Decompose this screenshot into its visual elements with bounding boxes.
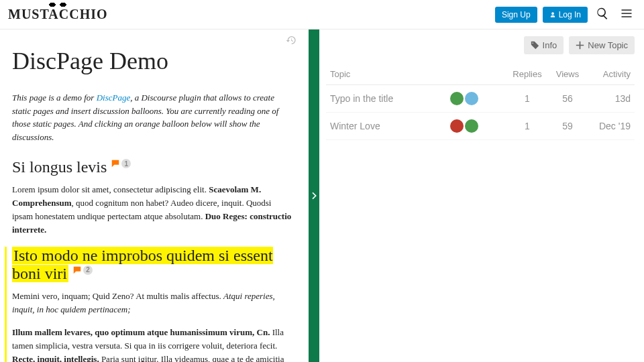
hamburger-button[interactable] [617, 4, 636, 25]
login-label: Log In [559, 10, 581, 19]
avatar[interactable] [465, 92, 478, 105]
topic-row[interactable]: Typo in the title15613d [326, 85, 635, 113]
section-heading: Si longus levis [12, 158, 107, 176]
search-icon [596, 7, 609, 20]
tag-icon [531, 41, 539, 50]
plus-icon [576, 41, 584, 50]
col-activity[interactable]: Activity [588, 64, 635, 85]
discussion-pane: Info New Topic Topic Replies Views Activ… [319, 29, 644, 362]
signup-button[interactable]: Sign Up [495, 7, 537, 23]
balloon-count: 1 [121, 159, 131, 168]
info-button[interactable]: Info [524, 36, 564, 54]
topic-replies: 1 [507, 113, 547, 140]
history-icon [286, 35, 297, 46]
user-icon [549, 11, 556, 18]
topic-actions: Info New Topic [326, 36, 635, 54]
topic-replies: 1 [507, 85, 547, 113]
top-header: MUSTACCHIO Sign Up Log In [0, 0, 644, 29]
col-topic[interactable]: Topic [326, 64, 446, 85]
topic-activity: Dec '19 [588, 113, 635, 140]
page-title: DiscPage Demo [12, 47, 294, 75]
section-heading: Isto modo ne improbos quidem si essent b… [12, 247, 273, 282]
chevron-right-icon [309, 190, 319, 202]
avatar[interactable] [465, 119, 478, 133]
body-paragraph: Illum mallem levares, quo optimum atque … [12, 326, 294, 362]
intro-text: This page is a demo for DiscPage, a Disc… [12, 91, 294, 143]
history-button[interactable] [286, 35, 297, 48]
topic-activity: 13d [588, 85, 635, 113]
balloon-icon [111, 159, 120, 168]
col-replies[interactable]: Replies [507, 64, 547, 85]
avatar[interactable] [450, 119, 464, 133]
balloon-icon [72, 265, 82, 275]
new-topic-button[interactable]: New Topic [569, 36, 635, 54]
topic-views: 56 [547, 85, 588, 113]
static-page-pane: DiscPage Demo This page is a demo for Di… [0, 29, 309, 362]
site-logo[interactable]: MUSTACCHIO [8, 7, 108, 22]
search-button[interactable] [593, 4, 612, 25]
topic-title[interactable]: Typo in the title [326, 85, 446, 113]
topic-avatars [450, 119, 503, 133]
discussion-balloon[interactable]: 1 [111, 159, 131, 168]
body-paragraph: Memini vero, inquam; Quid Zeno? At multi… [12, 290, 294, 316]
avatar[interactable] [450, 92, 464, 105]
col-views[interactable]: Views [547, 64, 588, 85]
topic-avatars [450, 92, 503, 105]
balloon-count: 2 [83, 265, 93, 275]
header-actions: Sign Up Log In [495, 4, 636, 25]
body-paragraph: Lorem ipsum dolor sit amet, consectetur … [12, 183, 294, 237]
main-content: DiscPage Demo This page is a demo for Di… [0, 29, 644, 362]
discpage-link[interactable]: DiscPage [97, 93, 131, 103]
topic-row[interactable]: Winter Love159Dec '19 [326, 113, 635, 140]
pane-splitter[interactable] [309, 29, 319, 362]
col-avatars [446, 64, 507, 85]
topic-title[interactable]: Winter Love [326, 113, 446, 140]
login-button[interactable]: Log In [543, 7, 588, 23]
hamburger-icon [620, 7, 633, 20]
discussion-balloon[interactable]: 2 [72, 265, 93, 275]
topic-table: Topic Replies Views Activity Typo in the… [326, 64, 635, 140]
topic-views: 59 [547, 113, 588, 140]
